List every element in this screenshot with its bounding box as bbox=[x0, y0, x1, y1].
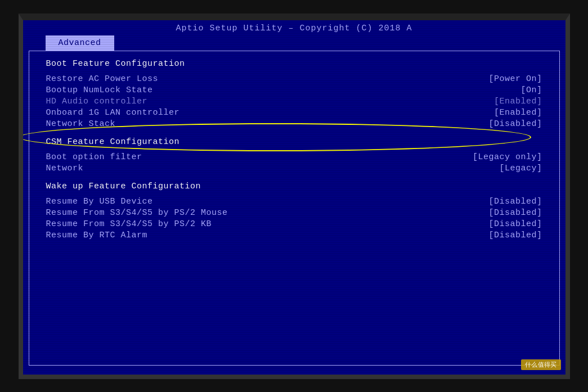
label-hd-audio: HD Audio controller bbox=[46, 97, 148, 106]
label-boot-option-filter: Boot option filter bbox=[46, 152, 142, 162]
title-bar: Aptio Setup Utility – Copyright (C) 2018… bbox=[23, 20, 565, 35]
row-resume-ps2-mouse[interactable]: Resume From S3/S4/S5 by PS/2 Mouse [Disa… bbox=[46, 208, 542, 218]
value-boot-option-filter: [Legacy only] bbox=[473, 152, 542, 162]
tab-advanced[interactable]: Advanced bbox=[46, 35, 114, 51]
tab-row: Advanced bbox=[23, 35, 565, 51]
value-restore-ac: [Power On] bbox=[488, 74, 542, 84]
row-hd-audio[interactable]: HD Audio controller [Enabled] bbox=[46, 97, 542, 106]
label-restore-ac: Restore AC Power Loss bbox=[46, 74, 159, 84]
value-resume-usb: [Disabled] bbox=[488, 197, 542, 206]
monitor-frame: Aptio Setup Utility – Copyright (C) 2018… bbox=[19, 13, 570, 379]
row-restore-ac[interactable]: Restore AC Power Loss [Power On] bbox=[46, 74, 542, 84]
value-network-stack: [Disabled] bbox=[488, 119, 542, 129]
watermark: 什么值得买 bbox=[521, 359, 561, 370]
row-network-stack[interactable]: Network Stack [Disabled] bbox=[46, 119, 542, 129]
section-wakeup-header: Wake up Feature Configuration bbox=[46, 182, 542, 191]
value-resume-ps2-kb: [Disabled] bbox=[488, 219, 542, 229]
label-network: Network bbox=[46, 164, 84, 173]
value-onboard-lan: [Enabled] bbox=[494, 108, 542, 118]
row-network[interactable]: Network [Legacy] bbox=[46, 164, 542, 173]
value-hd-audio: [Enabled] bbox=[494, 97, 542, 106]
bios-screen: Aptio Setup Utility – Copyright (C) 2018… bbox=[23, 20, 565, 375]
label-resume-rtc: Resume By RTC Alarm bbox=[46, 231, 148, 240]
label-onboard-lan: Onboard 1G LAN controller bbox=[46, 108, 180, 118]
section-csm-header: CSM Feature Configuration bbox=[46, 137, 542, 147]
value-resume-rtc: [Disabled] bbox=[488, 231, 542, 240]
value-numlock: [On] bbox=[520, 85, 542, 95]
value-resume-ps2-mouse: [Disabled] bbox=[488, 208, 542, 218]
label-resume-ps2-mouse: Resume From S3/S4/S5 by PS/2 Mouse bbox=[46, 208, 228, 218]
label-network-stack: Network Stack bbox=[46, 119, 116, 129]
section-boot-feature-header: Boot Feature Configuration bbox=[46, 59, 542, 69]
spacer-2 bbox=[46, 175, 542, 182]
title-text: Aptio Setup Utility – Copyright (C) 2018… bbox=[176, 24, 412, 33]
row-numlock[interactable]: Bootup NumLock State [On] bbox=[46, 85, 542, 95]
row-resume-rtc[interactable]: Resume By RTC Alarm [Disabled] bbox=[46, 231, 542, 240]
label-resume-ps2-kb: Resume From S3/S4/S5 by PS/2 KB bbox=[46, 219, 212, 229]
row-resume-usb[interactable]: Resume By USB Device [Disabled] bbox=[46, 197, 542, 206]
row-resume-ps2-kb[interactable]: Resume From S3/S4/S5 by PS/2 KB [Disable… bbox=[46, 219, 542, 229]
spacer-1 bbox=[46, 130, 542, 137]
row-onboard-lan[interactable]: Onboard 1G LAN controller [Enabled] bbox=[46, 108, 542, 118]
row-boot-option-filter[interactable]: Boot option filter [Legacy only] bbox=[46, 152, 542, 162]
value-network: [Legacy] bbox=[499, 164, 542, 173]
label-resume-usb: Resume By USB Device bbox=[46, 197, 153, 206]
label-numlock: Bootup NumLock State bbox=[46, 85, 153, 95]
content-area: Boot Feature Configuration Restore AC Po… bbox=[29, 51, 560, 366]
